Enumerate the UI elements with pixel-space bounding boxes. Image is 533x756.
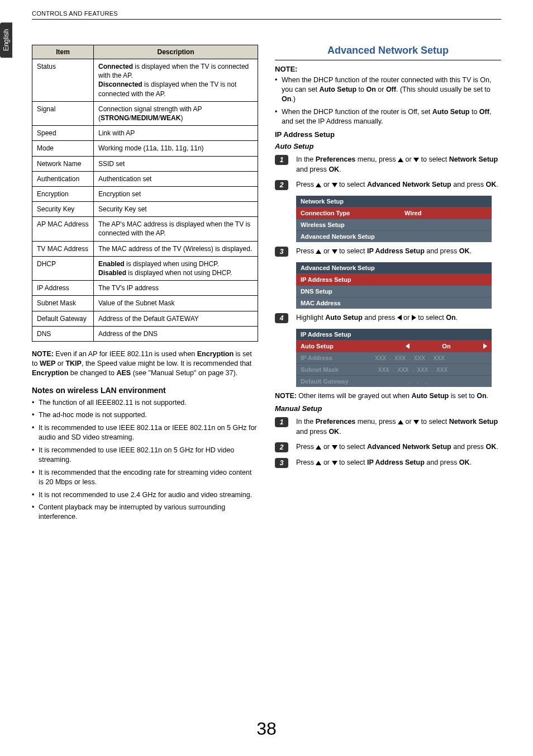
cell-item: Encryption [32,186,94,201]
cell-item: AP MAC Address [32,217,94,241]
down-arrow-icon [332,445,337,450]
menu-value: XXX.XXX.XXX.XXX [339,367,487,373]
step-row: 2Press or to select Advanced Network Set… [275,442,501,452]
note-list: When the DHCP function of the router con… [275,75,501,126]
item-description-table: Item Description StatusConnected is disp… [32,45,258,342]
cell-desc: The MAC address of the TV (Wireless) is … [94,241,258,256]
menu-row: IP AddressXXX.XXX.XXX.XXX [296,352,492,363]
step-row: 1In the Preferences menu, press or to se… [275,417,501,437]
table-row: DHCPEnabled is displayed when using DHCP… [32,256,258,280]
menu-label: Auto Setup [301,343,334,349]
cell-item: Subnet Mask [32,296,94,311]
up-arrow-icon [316,249,321,254]
cell-desc: Value of the Subnet Mask [94,296,258,311]
table-row: Default GatewayAddress of the Default GA… [32,311,258,326]
menu-value: XXX.XXX.XXX.XXX [332,355,487,361]
step-number-badge: 3 [275,458,288,468]
menu-label: IP Address Setup [301,276,351,283]
table-row: DNSAddress of the DNS [32,326,258,341]
wlan-env-list: The function of all IEEE802.11 is not su… [32,398,258,522]
table-row: StatusConnected is displayed when the TV… [32,59,258,102]
menu-label: Connection Type [301,210,350,216]
step-number-badge: 2 [275,442,288,452]
menu-row: Auto SetupOn [296,340,492,352]
cell-item: Network Name [32,156,94,171]
section-header: CONTROLS AND FEATURES [32,10,118,17]
cell-desc: Authentication set [94,171,258,186]
step-text: In the Preferences menu, press or to sel… [296,155,501,174]
step-text: Highlight Auto Setup and press or to sel… [296,313,501,323]
menu-screenshot: Network SetupConnection TypeWiredWireles… [296,196,492,242]
menu-title: Advanced Network Setup [296,262,492,273]
menu-label: MAC Address [301,300,341,306]
list-item: It is recommended to use IEEE 802.11a or… [32,423,258,442]
left-arrow-icon [397,315,402,320]
ip-address-setup-heading: IP Address Setup [275,130,501,139]
cell-item: IP Address [32,281,94,296]
menu-title: IP Address Setup [296,329,492,340]
menu-label: Advanced Network Setup [301,233,375,240]
wlan-env-heading: Notes on wireless LAN environment [32,386,258,395]
advanced-network-title: Advanced Network Setup [275,45,501,60]
cell-desc: Connected is displayed when the TV is co… [94,59,258,102]
menu-screenshot: Advanced Network SetupIP Address SetupDN… [296,262,492,309]
cell-desc: The AP's MAC address is displayed when t… [94,217,258,241]
cell-desc: Connection signal strength with AP (STRO… [94,101,258,125]
cell-desc: Link with AP [94,126,258,141]
menu-value: ... [349,379,487,385]
step-text: Press or to select IP Address Setup and … [296,247,501,257]
down-arrow-icon [332,461,337,465]
down-arrow-icon [332,249,337,254]
list-item: The ad-hoc mode is not supported. [32,410,258,420]
menu-value: Wired [350,210,476,216]
cell-desc: Working mode (11a, 11b, 11g, 11n) [94,141,258,156]
menu-value: On [413,343,480,349]
table-row: AuthenticationAuthentication set [32,171,258,186]
list-item: When the DHCP function of the router con… [275,75,501,104]
left-arrow-icon [406,343,410,349]
note-label: NOTE: [275,65,501,73]
cell-desc: Address of the DNS [94,326,258,341]
language-tab: English [0,22,12,58]
up-arrow-icon [316,461,321,465]
step-text: In the Preferences menu, press or to sel… [296,417,501,437]
manual-setup-heading: Manual Setup [275,404,501,413]
cell-item: Status [32,59,94,102]
step-row: 1In the Preferences menu, press or to se… [275,155,501,174]
cell-desc: SSID set [94,156,258,171]
page-number: 38 [0,719,533,739]
table-row: EncryptionEncryption set [32,186,258,201]
table-row: SignalConnection signal strength with AP… [32,101,258,125]
list-item: It is recommended to use IEEE 802.11n on… [32,446,258,465]
down-arrow-icon [332,183,337,187]
step-text: Press or to select IP Address Setup and … [296,458,501,468]
note-encryption: NOTE: Even if an AP for IEEE 802.11n is … [32,349,258,378]
up-arrow-icon [398,158,403,162]
menu-row: Connection TypeWired [296,207,492,219]
header-rule [32,19,501,20]
step-row: 4Highlight Auto Setup and press or to se… [275,313,501,323]
table-row: Network NameSSID set [32,156,258,171]
up-arrow-icon [316,183,321,187]
menu-label: Wireless Setup [301,221,345,228]
cell-item: DHCP [32,256,94,280]
menu-row: Subnet MaskXXX.XXX.XXX.XXX [296,363,492,375]
menu-screenshot: IP Address SetupAuto SetupOnIP AddressXX… [296,329,492,387]
th-item: Item [32,45,94,59]
table-row: Subnet MaskValue of the Subnet Mask [32,296,258,311]
cell-item: TV MAC Address [32,241,94,256]
menu-label: Subnet Mask [301,366,339,373]
table-row: AP MAC AddressThe AP's MAC address is di… [32,217,258,241]
cell-desc: Security Key set [94,202,258,217]
left-column: Item Description StatusConnected is disp… [32,45,258,525]
cell-item: Speed [32,126,94,141]
step-number-badge: 2 [275,180,288,190]
step-text: Press or to select Advanced Network Setu… [296,180,501,190]
cell-item: Authentication [32,171,94,186]
right-column: Advanced Network Setup NOTE: When the DH… [275,45,501,525]
up-arrow-icon [316,445,321,450]
cell-item: Security Key [32,202,94,217]
table-row: Security KeySecurity Key set [32,202,258,217]
step-row: 3Press or to select IP Address Setup and… [275,458,501,468]
menu-title: Network Setup [296,196,492,207]
